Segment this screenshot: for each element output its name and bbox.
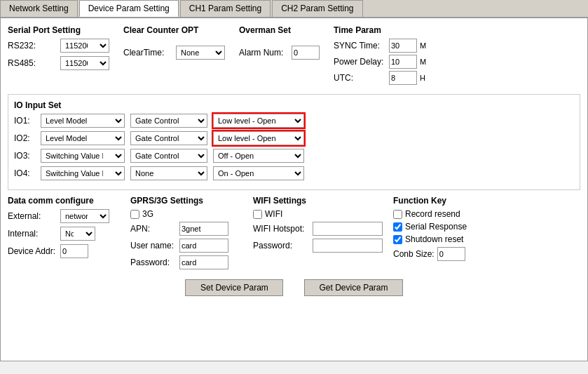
sync-time-label: SYNC Time: bbox=[334, 41, 386, 51]
wifi-hotspot-input[interactable] bbox=[313, 222, 383, 236]
wifi-password-label: Password: bbox=[253, 241, 309, 251]
io3-label: IO3: bbox=[14, 151, 35, 161]
function-key-section: Function Key Record resend Serial Respon… bbox=[393, 196, 484, 272]
data-comm-section: Data comm configure External: network se… bbox=[8, 196, 120, 272]
data-comm-label: Data comm configure bbox=[8, 196, 120, 206]
io3-select1[interactable]: Switching Value Mo Level Model bbox=[41, 149, 125, 163]
username-input[interactable] bbox=[179, 239, 228, 253]
rs232-label: RS232: bbox=[8, 41, 57, 51]
io1-select3[interactable]: Low level - Open High level - Open Off -… bbox=[213, 114, 304, 128]
sync-time-input[interactable] bbox=[389, 39, 417, 53]
tab-network[interactable]: Network Setting bbox=[0, 0, 78, 17]
wifi-hotspot-label: WIFI Hotspot: bbox=[253, 224, 309, 234]
alarm-num-input[interactable] bbox=[292, 46, 320, 60]
device-addr-input[interactable] bbox=[60, 244, 88, 258]
3g-checkbox[interactable] bbox=[130, 210, 139, 219]
shutdown-reset-label: Shutdown reset bbox=[405, 234, 463, 244]
rs485-label: RS485: bbox=[8, 58, 57, 68]
wifi-checkbox[interactable] bbox=[253, 210, 262, 219]
io2-select2[interactable]: Gate Control None bbox=[130, 131, 207, 145]
set-device-param-button[interactable]: Set Device Param bbox=[185, 279, 283, 296]
tab-device[interactable]: Device Param Setting bbox=[79, 0, 179, 17]
record-resend-label: Record resend bbox=[405, 209, 460, 219]
io2-row: IO2: Level Model Switching Value Mo Gate… bbox=[14, 131, 574, 145]
password-label: Password: bbox=[130, 258, 176, 267]
shutdown-reset-checkbox[interactable] bbox=[393, 235, 402, 244]
serial-port-section: Serial Port Setting RS232: 115200 9600 1… bbox=[8, 25, 109, 87]
io-input-section: IO Input Set IO1: Level Model Switching … bbox=[8, 94, 580, 190]
alarm-num-label: Alarm Num: bbox=[239, 48, 288, 58]
get-device-param-button[interactable]: Get Device Param bbox=[304, 279, 402, 296]
overman-section: Overman Set Alarm Num: bbox=[239, 25, 320, 87]
clear-counter-label: Clear Counter OPT bbox=[123, 25, 225, 35]
wifi-section: WIFI Settings WIFI WIFI Hotspot: Passwor… bbox=[253, 196, 383, 272]
function-key-label: Function Key bbox=[393, 196, 484, 206]
io2-select1[interactable]: Level Model Switching Value Mo bbox=[41, 131, 125, 145]
io1-label: IO1: bbox=[14, 116, 35, 126]
utc-label: UTC: bbox=[334, 73, 386, 83]
apn-label: APN: bbox=[130, 224, 176, 234]
tab-ch1[interactable]: CH1 Param Setting bbox=[180, 0, 271, 17]
clear-counter-section: Clear Counter OPT ClearTime: None Daily … bbox=[123, 25, 225, 87]
conb-size-label: Conb Size: bbox=[393, 249, 435, 259]
io4-select2[interactable]: None Gate Control bbox=[130, 166, 207, 180]
io4-select1[interactable]: Switching Value Mo Level Model bbox=[41, 166, 125, 180]
gprs-password-input[interactable] bbox=[179, 255, 228, 269]
io4-row: IO4: Switching Value Mo Level Model None… bbox=[14, 166, 574, 180]
device-addr-label: Device Addr: bbox=[8, 246, 57, 256]
external-label: External: bbox=[8, 211, 57, 221]
rs232-select[interactable]: 115200 9600 19200 38400 57600 bbox=[60, 39, 109, 53]
wifi-checkbox-label: WIFI bbox=[265, 209, 282, 219]
wifi-password-input[interactable] bbox=[313, 239, 383, 253]
record-resend-checkbox[interactable] bbox=[393, 210, 402, 219]
io1-row: IO1: Level Model Switching Value Mo Gate… bbox=[14, 114, 574, 128]
io2-select3[interactable]: Low level - Open High level - Open Off -… bbox=[213, 131, 304, 145]
utc-input[interactable] bbox=[389, 71, 417, 85]
3g-checkbox-label: 3G bbox=[142, 209, 153, 219]
internal-select[interactable]: None TCP UDP bbox=[60, 227, 95, 241]
io3-select2[interactable]: Gate Control None bbox=[130, 149, 207, 163]
conb-size-input[interactable] bbox=[437, 247, 465, 261]
power-delay-input[interactable] bbox=[389, 55, 417, 69]
gprs-label: GPRS/3G Settings bbox=[130, 196, 242, 206]
io3-row: IO3: Switching Value Mo Level Model Gate… bbox=[14, 149, 574, 163]
time-param-section: Time Param SYNC Time: M Power Delay: M U… bbox=[334, 25, 426, 87]
tab-ch2[interactable]: CH2 Param Setting bbox=[272, 0, 362, 17]
gprs-section: GPRS/3G Settings 3G APN: User name: Pass… bbox=[130, 196, 242, 272]
apn-input[interactable] bbox=[179, 222, 228, 236]
power-delay-unit: M bbox=[420, 58, 426, 66]
main-content: Serial Port Setting RS232: 115200 9600 1… bbox=[0, 18, 588, 361]
time-param-label: Time Param bbox=[334, 25, 426, 35]
overman-label: Overman Set bbox=[239, 25, 320, 35]
serial-response-checkbox[interactable] bbox=[393, 222, 402, 232]
serial-port-label: Serial Port Setting bbox=[8, 25, 109, 35]
power-delay-label: Power Delay: bbox=[334, 57, 386, 67]
cleartime-label: ClearTime: bbox=[123, 48, 172, 58]
io1-select2[interactable]: Gate Control None bbox=[130, 114, 207, 128]
external-select[interactable]: network serial none bbox=[60, 209, 109, 223]
sync-time-unit: M bbox=[420, 41, 426, 50]
io4-label: IO4: bbox=[14, 168, 35, 178]
serial-response-label: Serial Response bbox=[405, 222, 467, 232]
io-input-label: IO Input Set bbox=[14, 100, 574, 110]
internal-label: Internal: bbox=[8, 229, 57, 239]
io4-select3[interactable]: On - Open Low level - Open High level - … bbox=[213, 166, 304, 180]
io1-select1[interactable]: Level Model Switching Value Mo bbox=[41, 114, 125, 128]
button-row: Set Device Param Get Device Param bbox=[8, 279, 580, 296]
wifi-label: WIFI Settings bbox=[253, 196, 383, 206]
utc-unit: H bbox=[420, 74, 425, 82]
io2-label: IO2: bbox=[14, 133, 35, 143]
cleartime-select[interactable]: None Daily Weekly Monthly bbox=[176, 46, 225, 60]
username-label: User name: bbox=[130, 241, 176, 251]
tabs-bar: Network Setting Device Param Setting CH1… bbox=[0, 0, 588, 18]
rs485-select[interactable]: 115200 9600 19200 38400 57600 bbox=[60, 56, 109, 70]
io3-select3[interactable]: Off - Open Low level - Open High level -… bbox=[213, 149, 304, 163]
